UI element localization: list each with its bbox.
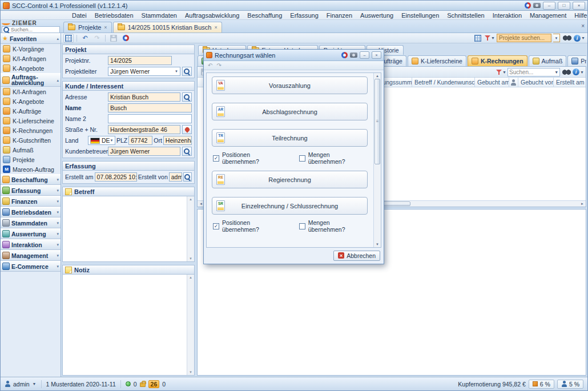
map-button[interactable] [182,125,192,134]
chevron-down-icon[interactable] [33,382,37,386]
column-user-icon[interactable] [509,78,518,87]
menu-item[interactable]: Auswertung [356,11,397,19]
betreff-textarea[interactable] [63,196,194,261]
sidebar-section[interactable]: Management [1,250,61,261]
sidebar-section[interactable]: Finanzen [1,196,61,207]
redo-icon[interactable] [216,63,221,68]
column-gebucht-von[interactable]: Gebucht von [518,78,554,87]
sidebar-section[interactable]: Auswertung [1,228,61,239]
dialog-title-bar[interactable]: Rechnungsart wählen [204,50,384,61]
betreff-scrollbar[interactable] [187,196,194,261]
project-search-input[interactable] [499,35,549,41]
menu-item[interactable]: Hilfe [570,11,588,19]
chevron-down-icon[interactable] [554,70,558,74]
kundenbetreuer-lookup-button[interactable] [182,147,192,156]
menu-item[interactable]: Schnittstellen [443,11,488,19]
scroll-right-icon[interactable] [579,202,586,205]
scrollbar-thumb[interactable] [374,79,380,164]
material-percentage-box[interactable]: 6 % [529,380,554,389]
invoice-search-input[interactable] [509,69,553,75]
user-percentage-box[interactable]: 5 % [557,380,583,389]
sidebar-item[interactable]: K-Vorgänge [1,44,61,54]
sidebar-item[interactable]: K-Aufträge [1,106,61,116]
info-button[interactable] [574,34,585,43]
mengen-checkbox[interactable] [299,223,305,229]
project-subtab[interactable]: Aufmaß [529,55,567,66]
cancel-button[interactable]: × Abbrechen [333,251,380,261]
sidebar-section[interactable]: Betriebsdaten [1,207,61,217]
strasse-field[interactable]: Hardenbergstraße 46 [108,125,180,134]
name-field[interactable]: Busch [108,103,192,112]
menu-item[interactable]: Management [526,11,570,19]
sidebar-item[interactable]: Projekte [1,155,61,164]
sidebar-section-auftragsabwicklung[interactable]: Auftrags- abwicklung [1,73,61,87]
find-button[interactable] [562,34,572,43]
quick-search-input[interactable] [11,27,58,33]
projektleiter-combo[interactable]: Jürgen Werner [108,67,180,76]
invoice-type-abschlagsrechnung-button[interactable]: AR Abschlagsrechnung [212,103,368,120]
menu-item[interactable]: Einstellungen [397,11,443,19]
scroll-down-icon[interactable] [376,243,379,246]
notiz-textarea[interactable] [63,275,194,375]
sidebar-section[interactable]: Stammdaten [1,217,61,228]
search-dropdown-button[interactable] [553,34,560,42]
info-button[interactable] [573,67,584,76]
tab-projekte[interactable]: Projekte [63,22,112,33]
sidebar-section[interactable]: Beschaffung [1,174,61,185]
adresse-field[interactable]: Kristian Busch [108,92,180,102]
ort-field[interactable]: Heinzenha... [163,136,192,145]
sidebar-item[interactable]: K-Angebote [1,96,61,106]
erstellt-am-field[interactable]: 07.08.2025 10:03 [95,172,137,182]
column-erstellt-am[interactable]: Erstellt am [554,78,586,87]
notiz-scrollbar[interactable] [187,275,194,375]
projektnr-field[interactable]: 14/2025 [108,56,172,65]
column-betreff-kundenwunsch[interactable]: Betreff / Kundenwunsch [412,78,475,87]
sidebar-section[interactable]: E-Commerce [1,261,61,272]
invoice-type-teilrechnung-button[interactable]: TR Teilrechnung [212,129,368,147]
land-combo[interactable]: DE [88,136,115,145]
menu-item[interactable]: Datei [68,11,91,19]
close-tabstrip-button[interactable] [581,23,585,29]
user-menu[interactable]: admin [13,381,30,388]
sync-icon[interactable] [525,2,531,9]
sidebar-item[interactable]: Aufmaß [1,145,61,155]
close-button[interactable] [573,2,585,10]
project-subtab[interactable]: K-Lieferscheine [408,55,466,66]
sidebar-section-favoriten[interactable]: Favoriten [1,33,61,44]
view-grid-button[interactable] [473,34,483,43]
maximize-button[interactable] [558,2,570,10]
screenshot-icon[interactable] [533,3,541,8]
locked-count-badge[interactable]: 26 [148,380,160,388]
sidebar-section[interactable]: Interaktion [1,239,61,250]
sync-icon[interactable] [341,52,348,58]
kundenbetreuer-field[interactable]: Jürgen Werner [108,147,180,156]
menu-item[interactable]: Erfassung [286,11,323,19]
minimize-button[interactable] [543,2,555,10]
erstellt-von-field[interactable]: admi [169,172,182,182]
filter-button[interactable] [485,34,495,43]
close-tab-icon[interactable] [214,25,217,30]
find-button[interactable] [561,67,571,76]
menu-item[interactable]: Betriebsdaten [91,11,138,19]
undo-icon[interactable] [208,63,212,68]
tab-active-project[interactable]: 14/2025 10015 Kristian Busch [113,22,222,33]
erstellt-von-lookup-button[interactable] [183,172,192,182]
screenshot-icon[interactable] [350,53,357,58]
layout-grid-button[interactable] [63,34,74,43]
scroll-up-icon[interactable] [376,74,379,78]
menu-item[interactable]: Interaktion [489,11,526,19]
positionen-checkbox[interactable] [213,223,219,229]
project-subtab[interactable]: K-Rechnungen [468,55,527,66]
invoice-type-regierechnung-button[interactable]: RE Regierechnung [212,171,368,188]
sidebar-item[interactable]: K/I-Anfragen [1,87,61,96]
sidebar-item[interactable]: Mareon-Auftrag [1,164,61,174]
invoice-type-vorauszahlung-button[interactable]: VA Vorauszahlung [212,76,368,94]
menu-item[interactable]: Beschaffung [243,11,286,19]
save-button[interactable] [108,34,119,43]
adresse-lookup-button[interactable] [182,92,192,102]
redo-button[interactable] [92,34,102,43]
menu-item[interactable]: Finanzen [323,11,356,19]
invoice-type-einzelrechnung-button[interactable]: SR Einzelrechnung / Schlussrechnung [212,197,368,215]
close-tab-icon[interactable] [104,25,107,30]
refresh-button[interactable] [120,34,131,43]
